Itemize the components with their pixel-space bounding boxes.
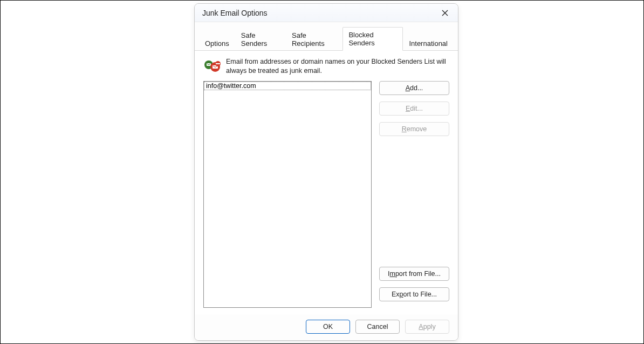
add-button[interactable]: Add... — [379, 81, 449, 95]
tab-safe-recipients[interactable]: Safe Recipients — [286, 28, 342, 51]
blocked-senders-icon — [203, 57, 221, 75]
blocked-senders-list[interactable]: info@twitter.com — [203, 81, 372, 308]
remove-button: Remove — [379, 122, 449, 136]
junk-email-options-dialog: Junk Email Options Options Safe Senders … — [194, 3, 458, 341]
cancel-button[interactable]: Cancel — [355, 320, 400, 334]
list-item[interactable]: info@twitter.com — [204, 82, 371, 90]
description-row: Email from addresses or domain names on … — [203, 57, 449, 76]
side-buttons: Add... Edit... Remove Import from File..… — [379, 81, 449, 308]
tab-bar: Options Safe Senders Safe Recipients Blo… — [195, 22, 458, 51]
export-to-file-button[interactable]: Export to File... — [379, 287, 449, 301]
dialog-title: Junk Email Options — [202, 9, 436, 17]
tab-options[interactable]: Options — [199, 36, 235, 51]
close-icon — [442, 10, 448, 16]
body-split: info@twitter.com Add... Edit... Remove I… — [203, 81, 449, 308]
titlebar: Junk Email Options — [195, 4, 458, 22]
apply-button: Apply — [405, 320, 449, 334]
tab-blocked-senders[interactable]: Blocked Senders — [342, 27, 403, 51]
edit-button: Edit... — [379, 102, 449, 116]
tab-content-blocked-senders: Email from addresses or domain names on … — [195, 51, 458, 314]
tab-international[interactable]: International — [403, 36, 454, 51]
close-button[interactable] — [436, 5, 454, 21]
dialog-footer: OK Cancel Apply — [195, 314, 458, 340]
tab-safe-senders[interactable]: Safe Senders — [235, 28, 286, 51]
svg-rect-5 — [216, 63, 220, 64]
ok-button[interactable]: OK — [306, 320, 350, 334]
description-text: Email from addresses or domain names on … — [226, 57, 449, 76]
import-from-file-button[interactable]: Import from File... — [379, 267, 449, 281]
